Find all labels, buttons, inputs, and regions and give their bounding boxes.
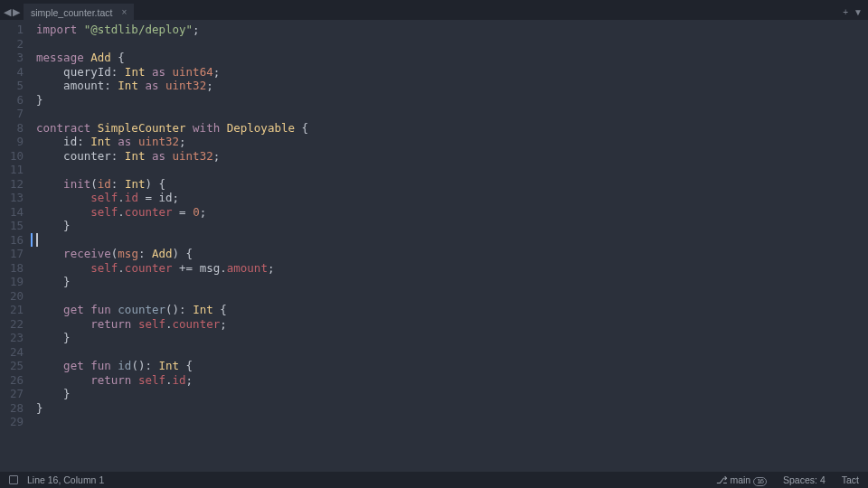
token-prop: id (125, 191, 138, 204)
code-line[interactable]: return self.id; (36, 373, 868, 388)
code-line[interactable] (36, 233, 868, 248)
token-kw: return (90, 317, 138, 331)
token-pun: ; (213, 65, 221, 79)
code-area[interactable]: import "@stdlib/deploy";message Add { qu… (31, 20, 868, 472)
code-line[interactable]: contract SimpleCounter with Deployable { (36, 121, 868, 136)
code-line[interactable] (36, 163, 868, 177)
code-line[interactable]: get fun id(): Int { (36, 359, 868, 373)
file-tab[interactable]: simple_counter.tact × (24, 4, 134, 20)
code-line[interactable]: get fun counter(): Int { (36, 303, 868, 317)
close-tab-icon[interactable]: × (121, 7, 127, 17)
token-pun: ; (220, 317, 227, 331)
token-kw2: receive (63, 247, 111, 260)
line-number: 24 (0, 345, 24, 360)
token-kw: as (152, 149, 173, 163)
token-kw2: get fun (63, 359, 118, 372)
token-id: amount (36, 79, 104, 92)
token-pun: . (118, 205, 125, 219)
code-line[interactable]: } (36, 219, 868, 233)
line-number: 8 (0, 121, 24, 136)
token-as: uint64 (173, 65, 213, 79)
code-line[interactable]: queryId: Int as uint64; (36, 65, 868, 80)
line-number: 11 (0, 163, 24, 177)
token-pun: ( (90, 177, 98, 191)
token-pun: ; (206, 79, 213, 92)
line-number-gutter: 1234567891011121314151617181920212223242… (0, 20, 31, 472)
token-as: uint32 (173, 149, 213, 163)
git-branch-button[interactable]: ⎇ main 16 (716, 474, 768, 486)
code-line[interactable] (36, 289, 868, 304)
code-line[interactable]: id: Int as uint32; (36, 135, 868, 149)
code-line[interactable]: return self.counter; (36, 317, 868, 332)
tab-nav-back-icon[interactable]: ◀ (4, 6, 11, 17)
token-id: id (159, 191, 173, 204)
code-line[interactable]: } (36, 387, 868, 401)
code-line[interactable]: receive(msg: Add) { (36, 247, 868, 261)
line-number: 23 (0, 331, 24, 345)
line-number: 25 (0, 359, 24, 373)
code-line[interactable] (36, 37, 868, 52)
token-pun (36, 191, 90, 204)
code-line[interactable]: init(id: Int) { (36, 177, 868, 192)
git-branch-icon: ⎇ (716, 474, 728, 485)
line-number: 26 (0, 373, 24, 388)
token-ty: Int (125, 149, 152, 163)
line-number: 13 (0, 191, 24, 205)
token-as: uint32 (165, 79, 206, 92)
token-param: id (98, 177, 111, 191)
code-line[interactable]: } (36, 401, 868, 416)
code-line[interactable] (36, 415, 868, 429)
token-prop: counter (125, 205, 173, 219)
token-kw: import (36, 23, 84, 36)
line-number: 15 (0, 219, 24, 233)
token-pun: } (36, 275, 71, 288)
token-prop: amount (227, 261, 268, 275)
tab-menu-icon[interactable]: ▼ (854, 7, 863, 17)
token-kw: as (118, 135, 138, 148)
token-pun: } (36, 93, 43, 107)
token-kw2: get fun (63, 303, 118, 316)
token-op: = (173, 205, 193, 219)
token-pun: ; (173, 191, 180, 204)
line-number: 9 (0, 135, 24, 149)
code-line[interactable] (36, 345, 868, 360)
line-number: 4 (0, 65, 24, 80)
code-line[interactable]: counter: Int as uint32; (36, 149, 868, 164)
code-line[interactable]: amount: Int as uint32; (36, 79, 868, 93)
token-pun: (): (165, 303, 193, 316)
token-self: self (90, 261, 118, 275)
tab-nav-forward-icon[interactable]: ▶ (13, 6, 20, 17)
new-tab-icon[interactable]: + (843, 7, 848, 17)
token-pun: } (36, 387, 71, 400)
token-pun: ) { (173, 247, 193, 260)
line-number: 6 (0, 93, 24, 108)
code-line[interactable]: } (36, 93, 868, 108)
code-line[interactable]: self.counter += msg.amount; (36, 261, 868, 276)
token-pun: (): (131, 359, 158, 372)
line-number: 1 (0, 23, 24, 37)
line-number: 20 (0, 289, 24, 304)
token-pun: } (36, 331, 71, 344)
code-line[interactable]: message Add { (36, 51, 868, 65)
code-line[interactable]: } (36, 331, 868, 345)
current-line-indicator (31, 233, 33, 248)
token-kw: return (90, 373, 138, 387)
token-self: self (90, 191, 118, 204)
code-line[interactable]: import "@stdlib/deploy"; (36, 23, 868, 37)
panel-toggle-icon[interactable] (9, 475, 18, 484)
language-mode-button[interactable]: Tact (842, 474, 859, 485)
code-line[interactable]: } (36, 275, 868, 289)
code-editor[interactable]: 1234567891011121314151617181920212223242… (0, 20, 868, 472)
token-kw: as (145, 79, 165, 92)
code-line[interactable]: self.id = id; (36, 191, 868, 205)
token-kw: as (152, 65, 173, 79)
token-num: 0 (193, 205, 200, 219)
cursor-position-label[interactable]: Line 16, Column 1 (27, 474, 104, 485)
code-line[interactable]: self.counter = 0; (36, 205, 868, 220)
indentation-button[interactable]: Spaces: 4 (783, 474, 826, 485)
code-line[interactable] (36, 107, 868, 121)
token-pun: . (118, 191, 125, 204)
line-number: 22 (0, 317, 24, 332)
token-pun: ; (200, 205, 207, 219)
line-number: 5 (0, 79, 24, 93)
